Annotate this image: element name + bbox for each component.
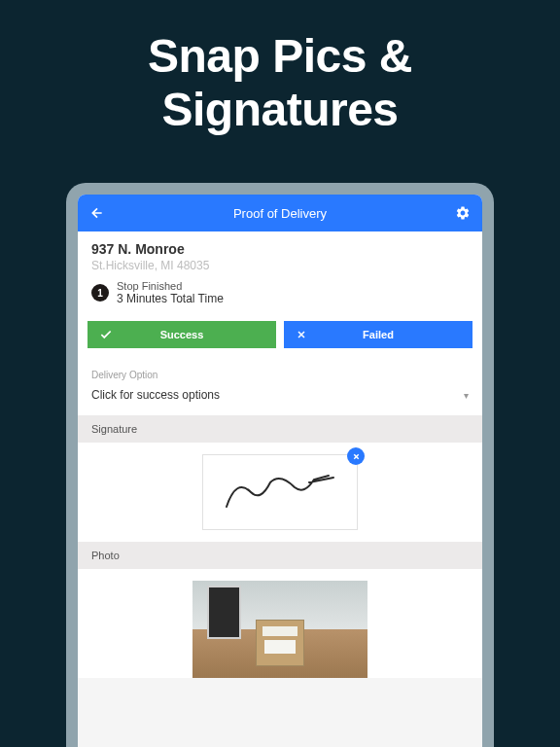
signature-block [78,443,482,542]
step-time: 3 Minutes Total Time [117,292,224,305]
photo-block [78,569,482,678]
gear-icon [455,205,471,221]
failed-label: Failed [363,329,394,340]
chevron-down-icon: ▾ [464,390,469,401]
back-button[interactable] [89,205,105,221]
success-button[interactable]: Success [88,321,276,348]
step-texts: Stop Finished 3 Minutes Total Time [117,280,224,305]
close-icon [352,452,361,461]
signature-section-header: Signature [78,415,482,443]
success-label: Success [160,329,204,340]
hero-line2: Signatures [161,84,398,135]
delivery-option-block: Delivery Option Click for success option… [78,358,482,415]
signature-thumbnail[interactable] [202,454,358,530]
device-mock: Proof of Delivery 937 N. Monroe St.Hicks… [66,183,494,747]
photo-section-header: Photo [78,542,482,569]
failed-button[interactable]: Failed [284,321,472,348]
address-street: 937 N. Monroe [91,241,469,257]
hero-line1: Snap Pics & [148,30,412,82]
status-button-row: Success Failed [78,313,482,358]
hero-title: Snap Pics & Signatures [0,0,560,156]
close-icon [296,329,307,340]
signature-image [217,468,343,516]
step-label: Stop Finished [117,280,224,292]
address-city: St.Hicksville, MI 48035 [91,259,469,272]
photo-thumbnail[interactable] [192,581,368,678]
app-screen: Proof of Delivery 937 N. Monroe St.Hicks… [78,195,482,747]
step-number-badge: 1 [91,284,109,302]
remove-signature-button[interactable] [347,447,365,465]
photo-door [207,586,241,639]
settings-button[interactable] [455,205,471,221]
header-title: Proof of Delivery [233,206,327,221]
step-row: 1 Stop Finished 3 Minutes Total Time [91,280,469,305]
dropdown-value: Click for success options [91,388,220,402]
photo-package [256,620,304,666]
arrow-left-icon [89,205,105,221]
photo-package-label2 [264,640,296,654]
marketing-frame: Snap Pics & Signatures Proof of Delivery… [0,0,560,747]
delivery-option-dropdown[interactable]: Click for success options ▾ [91,386,469,404]
check-icon [99,328,113,341]
photo-package-label1 [262,626,298,636]
address-block: 937 N. Monroe St.Hicksville, MI 48035 1 … [78,231,482,313]
delivery-option-label: Delivery Option [91,370,469,380]
app-header: Proof of Delivery [78,195,482,231]
